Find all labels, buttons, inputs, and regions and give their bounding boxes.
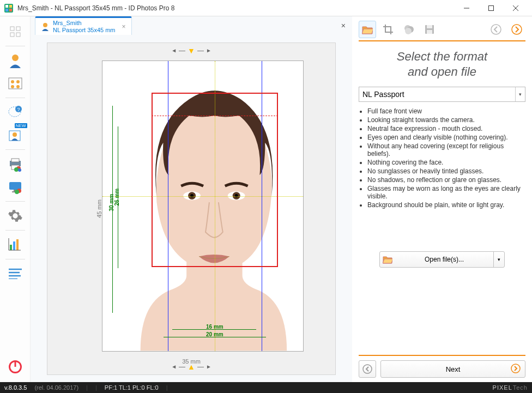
sidebar-help-icon[interactable]: ?: [4, 101, 26, 123]
status-version: v.8.0.3.5: [4, 384, 27, 391]
format-dropdown[interactable]: NL Passport ▾: [359, 87, 525, 102]
app-icon: [4, 4, 13, 13]
svg-rect-36: [13, 241, 15, 250]
requirement-item: Glasses may be worn as long as the eyes …: [367, 185, 525, 200]
requirement-item: No sunglasses or heavily tinted glasses.: [367, 167, 525, 175]
center-panel: Mrs_Smith NL Passport 35x45 mm × × ◄—▼—►…: [31, 16, 352, 382]
svg-rect-3: [5, 9, 8, 11]
tab-subtitle: NL Passport 35x45 mm: [53, 27, 116, 33]
close-all-icon[interactable]: ×: [339, 19, 348, 32]
requirements-list: Full face front viewLooking straight tow…: [367, 107, 525, 210]
photo-canvas: ◄—▼—► ◄—▲—►: [47, 43, 336, 375]
bottom-nav: Next: [359, 355, 525, 378]
left-sidebar: ? NEW: [0, 16, 31, 382]
svg-point-46: [43, 23, 47, 27]
window-titlebar: Mrs_Smith - NL Passport 35x45 mm - ID Ph…: [0, 0, 532, 16]
toolbar-nav-back-icon[interactable]: [487, 21, 505, 38]
svg-text:?: ?: [17, 107, 20, 112]
svg-rect-37: [16, 239, 19, 250]
right-toolbar: [359, 22, 525, 41]
svg-point-62: [363, 365, 372, 373]
svg-rect-4: [9, 9, 12, 11]
requirement-item: Background should be plain, white or lig…: [367, 201, 525, 209]
open-file-button[interactable]: Open file(s)... ▾: [379, 251, 505, 268]
sidebar-new-photo-icon[interactable]: NEW: [4, 124, 26, 146]
next-label: Next: [446, 365, 461, 373]
svg-rect-10: [16, 27, 20, 31]
svg-rect-12: [16, 33, 20, 37]
brand-logo: PIXELTech: [493, 384, 528, 391]
svg-point-34: [15, 190, 19, 194]
svg-point-13: [12, 55, 19, 61]
toolbar-nav-forward-icon[interactable]: [508, 21, 525, 38]
svg-point-63: [511, 364, 520, 373]
window-maximize-button[interactable]: [479, 0, 503, 16]
nav-next-button[interactable]: Next: [380, 360, 525, 378]
status-release: (rel. 04.06.2017): [34, 384, 78, 391]
requirement-item: No shadows, no reflection or glare on gl…: [367, 176, 525, 184]
sidebar-grid-icon[interactable]: [4, 21, 26, 43]
top-adjust-handle[interactable]: ◄—▼—►: [171, 46, 211, 55]
sidebar-print-icon[interactable]: [4, 153, 26, 175]
requirement-item: Neutral face expression - mouth closed.: [367, 125, 525, 132]
svg-rect-9: [10, 27, 14, 31]
svg-point-23: [13, 132, 17, 137]
tab-bar: Mrs_Smith NL Passport 35x45 mm × ×: [31, 16, 352, 35]
label-width-35mm: 35 mm: [182, 358, 201, 365]
svg-rect-35: [10, 245, 12, 250]
label-26mm: 26 mm: [114, 188, 120, 205]
requirement-item: Eyes open and clearly visible (nothing c…: [367, 134, 525, 141]
heading-line1: Select the format: [397, 50, 487, 63]
svg-point-29: [18, 168, 21, 172]
nav-back-button[interactable]: [359, 360, 376, 378]
window-title: Mrs_Smith - NL Passport 35x45 mm - ID Ph…: [17, 4, 454, 12]
format-selected-value: NL Passport: [362, 90, 404, 99]
svg-rect-6: [488, 5, 493, 10]
chevron-down-icon: ▾: [515, 87, 525, 101]
svg-point-15: [11, 80, 14, 83]
arrow-right-icon: [511, 364, 521, 375]
window-close-button[interactable]: [503, 0, 528, 16]
folder-open-icon: [380, 255, 395, 264]
photo-preview[interactable]: 30 mm 26 mm 16 mm 20 mm: [102, 61, 304, 352]
svg-point-16: [16, 80, 20, 83]
toolbar-color-icon[interactable]: [400, 21, 418, 38]
requirement-item: Looking straight towards the camera.: [367, 116, 525, 124]
right-panel: Select the format and open file NL Passp…: [352, 16, 532, 382]
label-height-45mm: 45 mm: [96, 199, 102, 218]
tab-close-icon[interactable]: ×: [122, 23, 126, 31]
requirement-item: Without any head covering (except for re…: [367, 142, 525, 158]
label-16mm: 16 mm: [206, 324, 223, 330]
open-file-label: Open file(s)...: [395, 256, 493, 263]
tab-title: Mrs_Smith: [53, 20, 116, 26]
sidebar-stats-icon[interactable]: [4, 234, 26, 256]
heading-line2: and open file: [408, 65, 476, 78]
toolbar-save-icon[interactable]: [421, 21, 438, 38]
open-file-chevron-icon[interactable]: ▾: [493, 252, 504, 267]
svg-point-61: [512, 25, 522, 34]
svg-rect-2: [9, 5, 12, 8]
sidebar-list-icon[interactable]: [4, 263, 26, 285]
svg-rect-59: [427, 30, 432, 34]
toolbar-open-icon[interactable]: [359, 21, 376, 38]
svg-rect-30: [9, 182, 21, 190]
status-bar: v.8.0.3.5 (rel. 04.06.2017) | | PF:1 TL:…: [0, 382, 532, 393]
toolbar-crop-icon[interactable]: [379, 21, 397, 38]
svg-rect-11: [10, 33, 14, 37]
sidebar-power-icon[interactable]: [4, 356, 26, 378]
svg-rect-58: [427, 25, 432, 28]
svg-point-60: [491, 25, 501, 34]
svg-rect-25: [11, 159, 19, 162]
svg-point-18: [16, 85, 20, 88]
sidebar-settings-icon[interactable]: [4, 205, 26, 227]
sidebar-group-icon[interactable]: [4, 72, 26, 94]
svg-point-28: [14, 167, 19, 172]
document-tab[interactable]: Mrs_Smith NL Passport 35x45 mm ×: [35, 16, 132, 34]
label-20mm: 20 mm: [206, 331, 223, 337]
sidebar-display-icon[interactable]: [4, 176, 26, 198]
guide-red-dashed: [152, 116, 278, 116]
tab-person-icon: [41, 22, 50, 31]
panel-heading: Select the format and open file: [359, 49, 525, 79]
window-minimize-button[interactable]: [454, 0, 479, 16]
sidebar-person-icon[interactable]: [4, 50, 26, 71]
